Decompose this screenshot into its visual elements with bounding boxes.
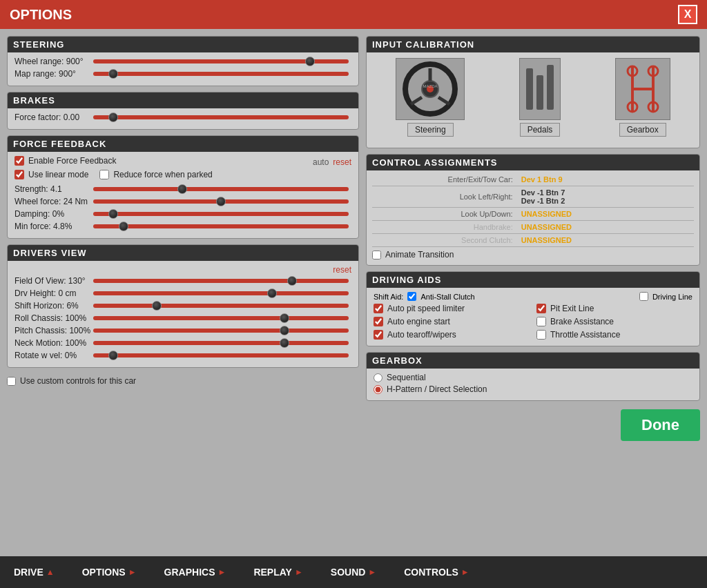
fov-slider[interactable] <box>93 279 349 283</box>
table-row[interactable]: Handbrake: UNASSIGNED <box>372 221 694 234</box>
pit-exit-checkbox[interactable] <box>536 304 546 313</box>
wheel-force-slider[interactable] <box>93 199 349 204</box>
done-button[interactable]: Done <box>621 409 700 441</box>
strength-row: Strength: 4.1 <box>14 184 351 194</box>
drivers-view-section: DRIVERS VIEW reset Field Of View: 130° D… <box>7 244 359 368</box>
table-row[interactable]: Second Clutch: UNASSIGNED <box>372 234 694 247</box>
map-range-thumb[interactable] <box>108 69 118 79</box>
auto-tearoff-row: Auto tearoff/wipers <box>374 330 530 340</box>
anti-stall-checkbox[interactable] <box>407 292 416 301</box>
tab-replay[interactable]: REPLAY ► <box>240 556 316 588</box>
neck-motion-slider[interactable] <box>93 341 349 345</box>
table-row[interactable]: Look Up/Down: UNASSIGNED <box>372 208 694 221</box>
tab-drive[interactable]: DRIVE ▲ <box>0 556 68 588</box>
custom-controls-label: Use custom controls for this car <box>20 376 136 386</box>
assign-label-look-lr: Look Left/Right: <box>372 186 517 208</box>
tab-controls-arrow: ► <box>461 567 469 577</box>
min-force-label: Min force: 4.8% <box>14 222 90 231</box>
neck-motion-thumb[interactable] <box>280 338 289 348</box>
input-calibration-section: INPUT CALIBRATION <box>366 36 700 148</box>
hpattern-radio[interactable] <box>374 385 382 394</box>
wheel-range-slider[interactable] <box>93 59 349 63</box>
drv-height-thumb[interactable] <box>267 288 277 298</box>
enable-ff-checkbox[interactable] <box>14 156 24 166</box>
auto-tearoff-checkbox[interactable] <box>374 330 383 340</box>
sequential-radio[interactable] <box>374 373 382 382</box>
custom-controls-checkbox[interactable] <box>7 377 16 386</box>
hpattern-label: H-Pattern / Direct Selection <box>387 384 487 394</box>
map-range-slider[interactable] <box>93 72 349 76</box>
roll-chassis-row: Roll Chassis: 100% <box>14 313 351 323</box>
strength-slider[interactable] <box>93 187 349 191</box>
force-factor-thumb[interactable] <box>108 112 118 122</box>
steering-header: STEERING <box>8 37 358 52</box>
assign-label-second-clutch: Second Clutch: <box>372 234 517 247</box>
steering-cal-label[interactable]: Steering <box>407 123 454 137</box>
assign-value-look-ud: UNASSIGNED <box>517 208 694 221</box>
wheel-range-thumb[interactable] <box>305 57 315 66</box>
fov-thumb[interactable] <box>287 276 297 286</box>
brake-assist-checkbox[interactable] <box>536 317 546 326</box>
pedals-visual <box>519 58 561 120</box>
min-force-slider[interactable] <box>93 224 349 228</box>
roll-chassis-slider[interactable] <box>93 316 349 320</box>
assign-value-look-lr: Dev -1 Btn 7Dev -1 Btn 2 <box>517 186 694 208</box>
rotate-vel-row: Rotate w vel: 0% <box>14 351 351 360</box>
force-factor-slider[interactable] <box>93 115 349 119</box>
map-range-row: Map range: 900° <box>14 69 351 79</box>
neck-motion-row: Neck Motion: 100% <box>14 338 351 348</box>
roll-chassis-thumb[interactable] <box>280 313 289 323</box>
auto-pit-checkbox[interactable] <box>374 304 383 313</box>
steering-cal-item[interactable]: MAZDA Steering <box>396 58 465 137</box>
tab-sound-arrow: ► <box>368 567 376 577</box>
gearbox-cal-label[interactable]: Gearbox <box>619 123 666 137</box>
animate-transition-checkbox[interactable] <box>372 251 381 259</box>
damping-label: Damping: 0% <box>14 209 90 219</box>
svg-text:MAZDA: MAZDA <box>423 84 437 88</box>
reduce-force-checkbox[interactable] <box>99 170 109 179</box>
tab-controls[interactable]: CONTROLS ► <box>390 556 483 588</box>
wheel-force-thumb[interactable] <box>216 197 226 206</box>
auto-engine-checkbox[interactable] <box>374 317 383 326</box>
assign-value-handbrake: UNASSIGNED <box>517 221 694 234</box>
rotate-vel-slider[interactable] <box>93 353 349 357</box>
throttle-assist-checkbox[interactable] <box>536 330 546 340</box>
linear-mode-checkbox[interactable] <box>14 170 24 179</box>
drivers-view-reset[interactable]: reset <box>333 265 351 275</box>
damping-slider[interactable] <box>93 212 349 216</box>
page-title: OPTIONS <box>10 7 72 23</box>
pitch-chassis-slider[interactable] <box>93 329 349 333</box>
auto-label: auto <box>313 157 329 167</box>
damping-thumb[interactable] <box>108 209 118 219</box>
auto-pit-row: Auto pit speed limiter <box>374 304 530 313</box>
shift-horizon-thumb[interactable] <box>152 301 162 311</box>
tab-graphics[interactable]: GRAPHICS ► <box>151 556 240 588</box>
pedals-cal-label[interactable]: Pedals <box>520 123 561 137</box>
close-btn[interactable]: X <box>678 5 697 24</box>
table-row[interactable]: Enter/Exit/Tow Car: Dev 1 Btn 9 <box>372 173 694 186</box>
assignments-table: Enter/Exit/Tow Car: Dev 1 Btn 9 Look Lef… <box>372 173 694 247</box>
shift-aid-row: Shift Aid: Anti-Stall Clutch Driving Lin… <box>374 292 693 301</box>
strength-thumb[interactable] <box>177 184 187 194</box>
pedals-cal-item[interactable]: Pedals <box>519 58 561 137</box>
brake-assist-label: Brake Assistance <box>550 317 614 326</box>
rotate-vel-thumb[interactable] <box>108 351 118 360</box>
gearbox-cal-item[interactable]: Gearbox <box>615 58 670 137</box>
driving-line-checkbox[interactable] <box>639 292 648 301</box>
tab-controls-label: CONTROLS <box>404 567 458 578</box>
table-row[interactable]: Look Left/Right: Dev -1 Btn 7Dev -1 Btn … <box>372 186 694 208</box>
tab-options[interactable]: OPTIONS ► <box>68 556 151 588</box>
gearbox-visual <box>615 58 670 120</box>
driving-aids-section: DRIVING AIDS Shift Aid: Anti-Stall Clutc… <box>366 271 700 346</box>
shift-horizon-slider[interactable] <box>93 304 349 308</box>
reset-link[interactable]: reset <box>333 157 351 167</box>
reduce-force-label: Reduce force when parked <box>113 170 212 179</box>
bottom-tabs: DRIVE ▲ OPTIONS ► GRAPHICS ► REPLAY ► SO… <box>0 556 707 588</box>
pitch-chassis-thumb[interactable] <box>280 326 289 335</box>
min-force-thumb[interactable] <box>119 222 128 231</box>
tab-sound[interactable]: SOUND ► <box>317 556 390 588</box>
drv-height-slider[interactable] <box>93 291 349 295</box>
hpattern-row: H-Pattern / Direct Selection <box>374 384 693 394</box>
pitch-chassis-label: Pitch Chassis: 100% <box>14 326 90 335</box>
assign-value-enter: Dev 1 Btn 9 <box>517 173 694 186</box>
